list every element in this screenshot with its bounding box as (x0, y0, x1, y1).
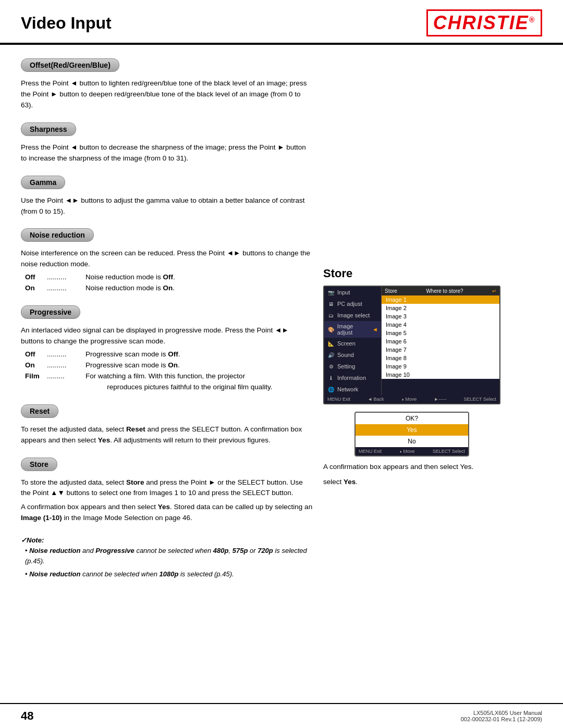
store-panel-title: Store (323, 267, 500, 280)
list-item: Off .......... Progressive scan mode is … (25, 349, 313, 360)
store-ui-mockup: 📷 Input 🖥 PC adjust 🗂 Image select 🎨 Ima… (323, 286, 500, 404)
ui-left-menu: 📷 Input 🖥 PC adjust 🗂 Image select 🎨 Ima… (324, 287, 382, 395)
image-row-8: Image 8 (382, 354, 499, 362)
section-progressive: Progressive An interlaced video signal c… (21, 305, 313, 393)
badge-progressive: Progressive (21, 305, 80, 319)
list-item: On .......... Progressive scan mode is O… (25, 360, 313, 371)
image-list: Image 1 Image 2 Image 3 Image 4 Image 5 … (382, 295, 499, 379)
badge-reset: Reset (21, 404, 58, 418)
main-content: Offset(Red/Green/Blue) Press the Point ◄… (0, 48, 563, 592)
confirm-yes: Yes (356, 424, 468, 436)
section-noise-reduction: Noise reduction Noise interference on th… (21, 228, 313, 294)
confirm-exit: MENU Exit (359, 449, 382, 454)
brand-name: CHRISTIE® (426, 9, 542, 36)
reset-text: To reset the adjusted data, select Reset… (21, 424, 313, 446)
image-row-3: Image 3 (382, 312, 499, 320)
ui-inner: 📷 Input 🖥 PC adjust 🗂 Image select 🎨 Ima… (324, 287, 499, 395)
confirm-header: OK? (356, 413, 468, 424)
badge-noise-reduction: Noise reduction (21, 228, 94, 242)
page-header: Video Input CHRISTIE® (0, 0, 563, 44)
section-gamma: Gamma Use the Point ◄► buttons to adjust… (21, 176, 313, 217)
section-offset: Offset(Red/Green/Blue) Press the Point ◄… (21, 58, 313, 111)
footer-info: LX505/LX605 User Manual 002-000232-01 Re… (461, 710, 542, 722)
menu-item-input: 📷 Input (324, 287, 381, 298)
setting-icon: ⚙ (327, 363, 335, 370)
confirm-bar: MENU Exit ⬧ Move SELECT Select (356, 447, 468, 455)
confirm-select-yes: select Yes. (323, 477, 500, 488)
image-row-4: Image 4 (382, 320, 499, 329)
badge-offset: Offset(Red/Green/Blue) (21, 58, 119, 72)
bar-next: ►----- (434, 397, 447, 402)
image-row-2: Image 2 (382, 304, 499, 312)
image-row-5: Image 5 (382, 329, 499, 337)
note-section: ✓Note: Noise reduction and Progressive c… (21, 535, 313, 579)
noise-reduction-list: Off .......... Noise reduction mode is O… (21, 272, 313, 294)
badge-store: Store (21, 458, 57, 471)
image-row-7: Image 7 (382, 346, 499, 354)
menu-item-image-select: 🗂 Image select (324, 310, 381, 321)
badge-sharpness: Sharpness (21, 122, 76, 136)
ui-right-panel: Store Where to store? ↵ Image 1 Image 2 … (382, 287, 499, 395)
note-list: Noise reduction and Progressive cannot b… (21, 546, 313, 579)
confirm-move: ⬧ Move (399, 449, 415, 454)
menu-item-image-adjust: 🎨 Image adjust ◄ (324, 321, 381, 338)
screen-icon: 📐 (327, 340, 335, 347)
menu-item-information: ℹ Information (324, 372, 381, 384)
store-text2: A confirmation box appears and then sele… (21, 502, 313, 524)
bar-select: SELECT Select (464, 397, 496, 402)
section-reset: Reset To reset the adjusted data, select… (21, 404, 313, 446)
image-row-6: Image 6 (382, 337, 499, 346)
image-adjust-icon: 🎨 (327, 326, 335, 333)
menu-item-screen: 📐 Screen (324, 338, 381, 349)
note-item: Noise reduction and Progressive cannot b… (25, 546, 313, 566)
manual-name: LX505/LX605 User Manual (461, 710, 542, 716)
progressive-list: Off .......... Progressive scan mode is … (21, 349, 313, 393)
page-footer: 48 LX505/LX605 User Manual 002-000232-01… (0, 703, 563, 728)
menu-item-pc-adjust: 🖥 PC adjust (324, 298, 381, 310)
offset-text: Press the Point ◄ button to lighten red/… (21, 78, 313, 111)
list-item: Film ......... For watching a film. With… (25, 371, 313, 393)
panel-header: Store Where to store? ↵ (382, 287, 499, 295)
confirm-no: No (356, 436, 468, 447)
bar-move: ⬧ Move (401, 397, 417, 402)
gamma-text: Use the Point ◄► buttons to adjust the g… (21, 195, 313, 217)
information-icon: ℹ (327, 374, 335, 381)
sound-icon: 🔊 (327, 351, 335, 359)
menu-item-network: 🌐 Network (324, 384, 381, 395)
sharpness-text: Press the Point ◄ button to decrease the… (21, 142, 313, 164)
input-icon: 📷 (327, 289, 335, 296)
network-icon: 🌐 (327, 386, 335, 393)
progressive-text: An interlaced video signal can be displa… (21, 325, 313, 347)
doc-number: 002-000232-01 Rev.1 (12-2009) (461, 716, 542, 722)
image-select-icon: 🗂 (327, 312, 335, 319)
bar-back: ◄ Back (368, 397, 384, 402)
list-item: On .......... Noise reduction mode is On… (25, 283, 313, 294)
image-row-9: Image 9 (382, 362, 499, 371)
list-item: Off .......... Noise reduction mode is O… (25, 272, 313, 283)
noise-reduction-text: Noise interference on the screen can be … (21, 248, 313, 270)
menu-item-sound: 🔊 Sound (324, 349, 381, 361)
confirm-caption: A confirmation box appears and then sele… (323, 462, 500, 473)
image-row-1: Image 1 (382, 295, 499, 304)
page-number: 48 (21, 709, 33, 723)
brand-logo: CHRISTIE® (426, 9, 542, 36)
right-column: Store 📷 Input 🖥 PC adjust 🗂 Image (323, 58, 500, 582)
store-text1: To store the adjusted data, select Store… (21, 477, 313, 499)
pc-adjust-icon: 🖥 (327, 300, 335, 307)
note-label: ✓Note: (21, 536, 44, 544)
menu-item-setting: ⚙ Setting (324, 361, 381, 372)
ui-bottom-bar: MENU Exit ◄ Back ⬧ Move ►----- SELECT Se… (324, 395, 499, 403)
section-sharpness: Sharpness Press the Point ◄ button to de… (21, 122, 313, 164)
bar-menu-exit: MENU Exit (327, 397, 350, 402)
section-store: Store To store the adjusted data, select… (21, 458, 313, 524)
confirmation-box: OK? Yes No MENU Exit ⬧ Move SELECT Selec… (354, 412, 469, 456)
left-column: Offset(Red/Green/Blue) Press the Point ◄… (21, 58, 313, 582)
note-item: Noise reduction cannot be selected when … (25, 569, 313, 579)
page-title: Video Input (21, 14, 112, 33)
image-row-10: Image 10 (382, 371, 499, 379)
badge-gamma: Gamma (21, 176, 65, 189)
confirm-select: SELECT Select (433, 449, 465, 454)
